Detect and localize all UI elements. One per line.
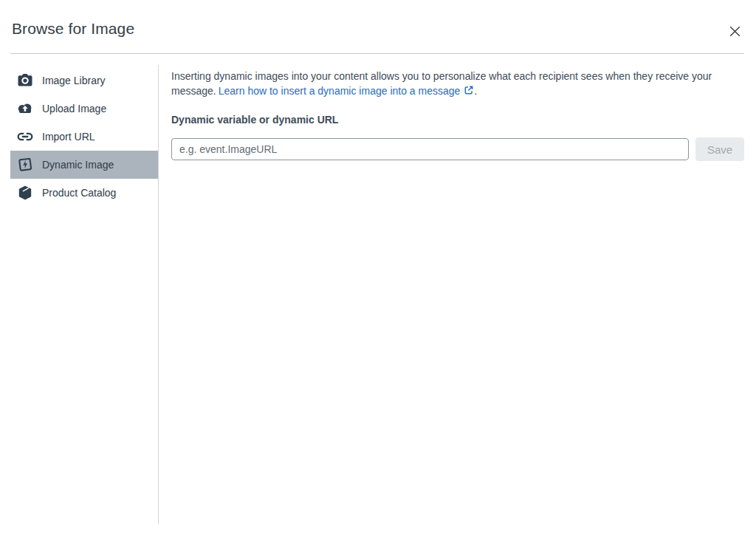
product-catalog-icon [16, 183, 35, 202]
close-icon [729, 29, 741, 40]
sidebar: Image Library Upload Image [10, 66, 158, 207]
page-title: Browse for Image [12, 20, 134, 38]
learn-how-link[interactable]: Learn how to insert a dynamic image into… [219, 85, 461, 97]
dynamic-variable-input[interactable] [171, 138, 689, 160]
intro-period: . [474, 85, 477, 97]
header-divider [10, 53, 744, 54]
sidebar-item-upload-image[interactable]: Upload Image [10, 95, 158, 123]
sidebar-item-label: Image Library [42, 75, 106, 86]
sidebar-item-image-library[interactable]: Image Library [10, 66, 158, 95]
field-label: Dynamic variable or dynamic URL [171, 114, 744, 126]
main-panel: Inserting dynamic images into your conte… [171, 69, 744, 161]
sidebar-item-label: Import URL [42, 131, 95, 143]
sidebar-item-import-url[interactable]: Import URL [10, 123, 158, 151]
intro-paragraph: Inserting dynamic images into your conte… [171, 69, 744, 98]
dynamic-image-icon [16, 155, 35, 174]
cloud-upload-icon [16, 99, 35, 118]
sidebar-divider [158, 65, 159, 524]
sidebar-item-label: Upload Image [42, 103, 106, 114]
sidebar-item-label: Product Catalog [42, 187, 116, 199]
save-button[interactable]: Save [695, 137, 744, 161]
link-icon [16, 127, 35, 146]
sidebar-item-product-catalog[interactable]: Product Catalog [10, 179, 158, 207]
input-row: Save [171, 137, 744, 161]
sidebar-item-dynamic-image[interactable]: Dynamic Image [10, 151, 158, 179]
sidebar-item-label: Dynamic Image [42, 159, 114, 171]
external-link-icon[interactable] [464, 85, 474, 95]
camera-icon [16, 71, 35, 90]
close-button[interactable] [726, 22, 743, 40]
